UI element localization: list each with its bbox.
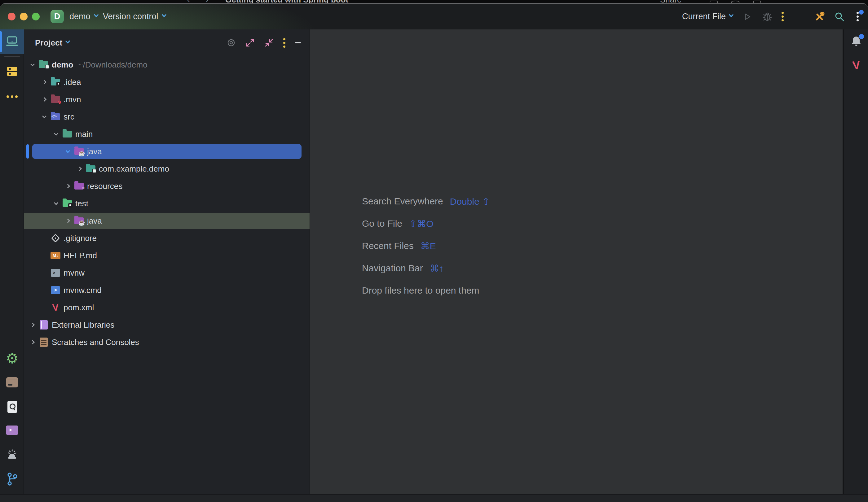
tool-window-vcs-button[interactable] <box>0 470 24 488</box>
folder-icon <box>62 131 72 137</box>
tree-item-com-example-demo[interactable]: com.example.demo <box>24 160 310 177</box>
rail-divider <box>4 56 20 57</box>
more-tool-windows-button[interactable] <box>0 88 24 105</box>
tree-item-scratches[interactable]: Scratches and Consoles <box>24 334 310 351</box>
chevron-expanded-icon[interactable] <box>63 151 72 153</box>
drop-hint-row: Drop files here to open them <box>362 279 489 302</box>
maven-folder-icon: v <box>51 96 60 103</box>
package-icon <box>86 165 96 172</box>
maven-tool-window-button[interactable]: V <box>844 57 868 74</box>
chevron-down-icon <box>94 12 99 17</box>
test-folder-icon <box>62 200 72 207</box>
markdown-file-icon: M↓ <box>51 252 60 259</box>
expand-all-icon[interactable] <box>246 38 255 48</box>
tool-window-project-button[interactable] <box>0 29 24 54</box>
project-tool-icon <box>0 33 24 51</box>
search-everywhere-icon[interactable] <box>834 11 845 23</box>
tool-window-settings-button[interactable]: ⚙ <box>0 349 24 367</box>
project-folder-icon <box>39 61 49 68</box>
close-window-button[interactable] <box>8 13 16 20</box>
right-tool-window-bar: V <box>843 29 868 494</box>
bell-icon <box>850 35 863 49</box>
maven-file-icon: V <box>51 302 60 313</box>
chevron-collapsed-icon[interactable] <box>75 167 84 170</box>
tree-item-java-main[interactable]: ☕ java <box>24 143 310 160</box>
chevron-collapsed-icon[interactable] <box>28 341 37 344</box>
tool-window-terminal-button[interactable]: >_ <box>0 421 24 439</box>
more-menu-icon[interactable] <box>782 12 784 21</box>
chevron-collapsed-icon[interactable] <box>28 323 37 326</box>
empty-editor-shortcuts: Search Everywhere Double ⇧ Go to File ⇧⌘… <box>362 190 489 302</box>
tree-item-mvnw-cmd[interactable]: > mvnw.cmd <box>24 282 310 299</box>
maven-icon: V <box>852 59 861 72</box>
window-controls <box>8 13 40 20</box>
background-icon-fragment <box>753 1 761 3</box>
main-area: ⚙ >_ <box>0 29 868 494</box>
chevron-collapsed-icon[interactable] <box>40 98 49 101</box>
git-branch-icon <box>6 472 18 486</box>
tree-item-idea[interactable]: .idea <box>24 73 310 91</box>
locate-file-icon[interactable] <box>227 38 236 48</box>
tool-window-find-button[interactable] <box>0 398 24 416</box>
notifications-button[interactable] <box>844 33 868 51</box>
chevron-collapsed-icon[interactable] <box>63 185 72 188</box>
chevron-collapsed-icon[interactable] <box>40 81 49 84</box>
notification-dot <box>859 34 864 39</box>
panel-options-icon[interactable] <box>283 38 286 48</box>
tree-item-demo[interactable]: demo ~/Downloads/demo <box>24 56 310 73</box>
chevron-expanded-icon[interactable] <box>52 134 60 135</box>
tool-window-problems-button[interactable] <box>0 446 24 463</box>
idea-folder-icon <box>51 79 60 85</box>
more-icon <box>7 95 18 98</box>
collapse-all-icon[interactable] <box>264 38 273 48</box>
debug-icon[interactable] <box>762 11 773 23</box>
alarm-icon <box>5 448 19 460</box>
zoom-window-button[interactable] <box>32 13 40 20</box>
project-panel: Project <box>24 29 310 494</box>
gitignore-file-icon <box>51 235 60 241</box>
libraries-icon <box>39 320 49 330</box>
vcs-widget[interactable]: Version control <box>103 4 166 29</box>
tool-window-build-button[interactable] <box>0 374 24 391</box>
tree-item-java-test[interactable]: ☕ java <box>24 212 310 229</box>
tool-window-services-button[interactable] <box>0 63 24 80</box>
project-avatar[interactable]: D <box>51 10 64 23</box>
gear-icon: ⚙ <box>6 351 18 365</box>
hide-panel-icon[interactable] <box>295 42 301 43</box>
background-title-fragment: Getting started with Spring boot <box>225 0 348 3</box>
tree-item-pom-xml[interactable]: V pom.xml <box>24 299 310 316</box>
editor-area[interactable]: Search Everywhere Double ⇧ Go to File ⇧⌘… <box>310 29 843 494</box>
chevron-down-icon <box>729 12 734 17</box>
package-icon <box>6 377 18 387</box>
shortcut-row: Search Everywhere Double ⇧ <box>362 190 489 212</box>
build-tools-icon[interactable] <box>814 11 825 23</box>
tree-item-main[interactable]: main <box>24 125 310 143</box>
tree-item-external-libraries[interactable]: External Libraries <box>24 316 310 334</box>
tree-item-src[interactable]: </> src <box>24 108 310 125</box>
chevron-down-icon <box>65 39 70 43</box>
tree-item-help-md[interactable]: M↓ HELP.md <box>24 247 310 264</box>
cmd-file-icon: > <box>51 286 60 294</box>
minimize-window-button[interactable] <box>20 13 28 20</box>
tree-item-test[interactable]: test <box>24 195 310 212</box>
chevron-expanded-icon[interactable] <box>28 64 37 66</box>
tree-item-resources[interactable]: ≡ resources <box>24 177 310 195</box>
project-widget[interactable]: demo <box>70 4 98 29</box>
status-bar <box>0 494 868 502</box>
background-share-fragment: Share <box>660 0 681 3</box>
resources-folder-icon: ≡ <box>74 183 84 189</box>
tree-item-gitignore[interactable]: .gitignore <box>24 229 310 247</box>
run-icon[interactable] <box>741 11 753 23</box>
chevron-expanded-icon[interactable] <box>40 116 49 118</box>
tree-item-mvnw[interactable]: >_ mvnw <box>24 264 310 282</box>
terminal-icon: >_ <box>6 426 18 435</box>
run-configuration-selector[interactable]: Current File <box>682 12 733 21</box>
project-tree: demo ~/Downloads/demo .idea <box>24 56 310 351</box>
chevron-collapsed-icon[interactable] <box>63 219 72 222</box>
background-icon-fragment <box>731 1 740 3</box>
chevron-expanded-icon[interactable] <box>52 203 60 205</box>
tree-item-mvn[interactable]: v .mvn <box>24 91 310 108</box>
profile-menu-icon[interactable] <box>854 12 861 21</box>
screen: ‹ › Getting started with Spring boot Sha… <box>0 0 868 502</box>
panel-title[interactable]: Project <box>35 38 62 48</box>
